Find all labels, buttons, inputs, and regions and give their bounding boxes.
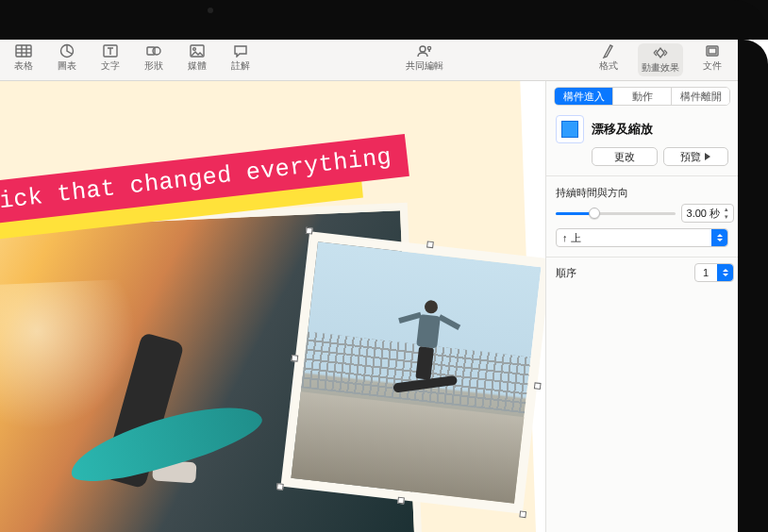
svg-point-8 [153,47,160,55]
animate-icon [652,45,669,60]
order-label: 順序 [556,266,689,280]
toolbar-shape-label: 形狀 [144,59,163,73]
preview-button[interactable]: 預覽 [663,147,729,166]
duration-input[interactable]: 3.00 秒 ▴▾ [681,204,734,223]
order-row: 順序 1 [546,259,738,288]
animate-inspector: 構件進入 動作 構件離開 漂移及縮放 更改 預覽 持續時間與方向 [545,81,738,532]
collaborate-icon [416,43,433,58]
direction-row: ↑ 上 [546,228,738,255]
toolbar: 表格 圖表 文字 形狀 媒體 [0,40,738,81]
photo-skateboarder-small [280,231,545,513]
resize-handle-mr[interactable] [534,382,542,390]
resize-handle-bl[interactable] [276,483,284,490]
resize-handle-tl[interactable] [306,227,313,235]
svg-point-11 [420,46,426,52]
preview-label: 預覽 [680,150,701,164]
text-icon [102,43,119,58]
tab-build-out[interactable]: 構件離開 [672,88,729,105]
effect-buttons: 更改 預覽 [546,145,738,174]
laptop-bezel-top [0,0,768,40]
toolbar-table[interactable]: 表格 [9,43,38,73]
illustration-shoe [152,459,196,483]
tab-action[interactable]: 動作 [613,88,672,105]
resize-handle-ml[interactable] [292,355,299,362]
comment-icon [232,43,249,58]
slider-thumb[interactable] [589,208,600,219]
toolbar-shape[interactable]: 形狀 [140,43,168,73]
toolbar-chart-label: 圖表 [58,59,76,73]
toolbar-document[interactable]: 文件 [698,43,726,76]
duration-slider[interactable] [556,206,676,221]
toolbar-format-label: 格式 [599,59,618,73]
toolbar-text-label: 文字 [101,59,120,73]
toolbar-document-label: 文件 [703,59,722,73]
toolbar-group-left: 表格 圖表 文字 形狀 媒體 [8,43,255,73]
effect-name: 漂移及縮放 [592,121,653,138]
duration-value: 3.00 秒 [687,207,720,221]
shape-icon [145,43,162,58]
media-icon [189,43,206,58]
toolbar-group-center: 共同編輯 [406,43,443,73]
document-icon [704,43,721,58]
toolbar-format[interactable]: 格式 [594,43,623,76]
chart-icon [58,43,75,58]
toolbar-media[interactable]: 媒體 [183,43,211,73]
svg-rect-14 [709,48,716,54]
play-icon [705,153,710,160]
toolbar-comment[interactable]: 註解 [226,43,255,73]
divider [546,175,738,176]
format-icon [600,43,617,58]
duration-stepper[interactable]: ▴▾ [722,206,731,221]
build-tabs: 構件進入 動作 構件離開 [554,87,730,106]
effect-swatch-fill [561,121,578,138]
table-icon [15,43,32,58]
change-effect-label: 更改 [614,150,635,164]
device-frame: 表格 圖表 文字 形狀 媒體 [0,0,768,532]
select-arrow-icon [711,229,727,246]
duration-direction-label: 持續時間與方向 [546,178,738,204]
order-select[interactable]: 1 [694,263,734,282]
tab-build-in[interactable]: 構件進入 [555,88,613,105]
toolbar-table-label: 表格 [14,59,33,73]
toolbar-collaborate-label: 共同編輯 [406,59,443,73]
resize-handle-bm[interactable] [397,497,405,505]
camera-dot [208,8,213,13]
toolbar-comment-label: 註解 [231,59,250,73]
resize-handle-br[interactable] [519,510,526,518]
effect-row: 漂移及縮放 [546,109,738,145]
stepper-up-icon[interactable]: ▴ [722,206,731,213]
toolbar-animate-label: 動畫效果 [642,61,679,75]
change-effect-button[interactable]: 更改 [592,147,658,166]
toolbar-animate[interactable]: 動畫效果 [638,43,683,76]
toolbar-group-right: 格式 動畫效果 文件 [594,43,730,76]
toolbar-media-label: 媒體 [188,59,207,73]
direction-select[interactable]: ↑ 上 [556,228,728,247]
svg-rect-0 [16,45,31,57]
resize-handle-tm[interactable] [426,241,434,248]
order-value: 1 [703,267,709,278]
divider [546,257,738,258]
effect-swatch[interactable] [556,115,584,143]
content-area: e trick that changed everything [0,81,738,532]
slide-canvas[interactable]: e trick that changed everything [0,81,545,532]
toolbar-chart[interactable]: 圖表 [53,43,81,73]
svg-point-10 [193,48,196,51]
keynote-window: 表格 圖表 文字 形狀 媒體 [0,40,738,532]
selected-photo[interactable] [280,231,545,513]
select-arrow-icon [717,264,733,281]
svg-point-12 [427,46,430,49]
laptop-bezel-right [738,40,768,532]
stepper-down-icon[interactable]: ▾ [722,213,731,221]
duration-row: 3.00 秒 ▴▾ [546,204,738,228]
direction-value: ↑ 上 [562,231,581,245]
toolbar-collaborate[interactable]: 共同編輯 [406,43,443,73]
toolbar-text[interactable]: 文字 [96,43,125,73]
